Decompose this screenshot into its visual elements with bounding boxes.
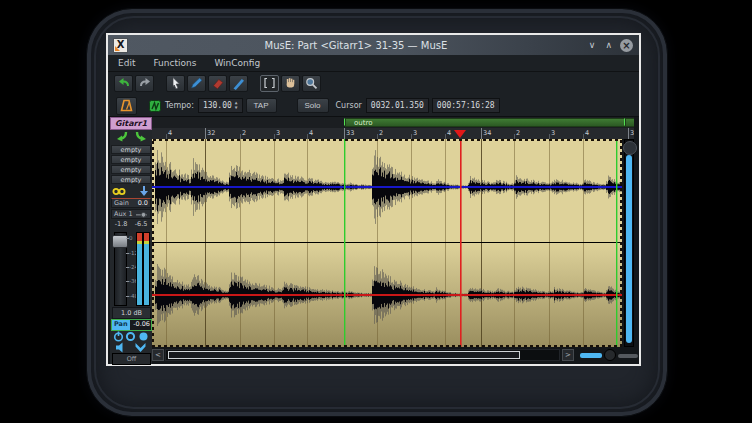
speaker-icon[interactable]	[115, 342, 127, 353]
part-name-badge[interactable]: Gitarr1	[110, 117, 152, 130]
undo-icon	[117, 77, 131, 90]
pan-icon	[284, 77, 298, 90]
record-dot-icon[interactable]	[138, 331, 149, 342]
zoom-slider-knob[interactable]	[604, 349, 616, 361]
aux-label: Aux 1	[114, 210, 133, 218]
arrow-down-icon[interactable]	[138, 186, 150, 197]
ruler-tick-label: 4	[447, 129, 451, 137]
cursor-position-field: 0032.01.350	[366, 98, 429, 113]
gain-value: 0.0	[138, 199, 148, 207]
ruler-tick-label: 34	[483, 129, 491, 137]
menu-item-edit[interactable]: Edit	[118, 58, 135, 68]
tempo-label: Tempo:	[165, 101, 194, 110]
ruler-tick-label: 4	[309, 129, 313, 137]
scroll-right-button[interactable]: >	[562, 349, 574, 361]
ruler-tick	[628, 128, 629, 139]
draw-tool-button[interactable]	[229, 75, 248, 92]
pan-control[interactable]: Pan -0.06	[111, 319, 152, 331]
metronome-button[interactable]	[116, 97, 137, 115]
cursor-label: Cursor	[336, 101, 362, 110]
titlebar[interactable]: X MusE: Part <Gitarr1> 31-35 — MusE ∨ ∧ …	[108, 35, 639, 55]
gain-control[interactable]: Gain 0.0	[111, 198, 151, 208]
vertical-scroll-thumb[interactable]	[626, 155, 632, 343]
close-button[interactable]: ×	[620, 39, 633, 52]
muse-part-editor-window: X MusE: Part <Gitarr1> 31-35 — MusE ∨ ∧ …	[106, 33, 641, 366]
eraser-icon	[211, 77, 225, 90]
ruler-tick	[344, 128, 345, 139]
vertical-scroll-knob[interactable]	[623, 141, 637, 155]
record-ring-icon[interactable]	[125, 331, 136, 342]
eraser-tool-button[interactable]	[208, 75, 227, 92]
scroll-left-button[interactable]: <	[152, 349, 164, 361]
controller-slot-empty[interactable]: empty	[111, 145, 151, 154]
solo-button[interactable]: Solo	[297, 98, 329, 113]
editor-main: Gitarr1 emptyemptyemptyempty	[108, 117, 639, 364]
app-icon: X	[113, 38, 128, 53]
metronome-icon	[120, 99, 133, 112]
redo-icon	[138, 77, 152, 90]
gain-label: Gain	[114, 199, 129, 207]
ruler-tick	[205, 128, 206, 139]
tempo-value: 130.00	[203, 101, 232, 110]
automation-off-button[interactable]: Off	[112, 353, 151, 365]
tempo-spinbox[interactable]: 130.00 ▲ ▼	[198, 98, 243, 113]
horizontal-scroll-thumb[interactable]	[168, 351, 520, 359]
range-tool-button[interactable]	[260, 75, 279, 92]
menu-item-winconfig[interactable]: WinConfig	[214, 58, 260, 68]
window-title: MusE: Part <Gitarr1> 31-35 — MusE	[128, 40, 584, 51]
volume-db-button[interactable]: 1.0 dB	[112, 307, 151, 319]
aux-send-control[interactable]: Aux 1	[111, 209, 151, 219]
track-panel: Gitarr1 emptyemptyemptyempty	[110, 117, 152, 364]
menu-item-functions[interactable]: Functions	[153, 58, 196, 68]
range-icon	[263, 77, 277, 90]
playhead-marker[interactable]	[454, 130, 466, 138]
pencil-tool-button[interactable]	[187, 75, 206, 92]
tools-toolbar	[108, 72, 639, 95]
level-meter-left	[136, 232, 143, 306]
ruler-tick-label: 35	[630, 129, 634, 137]
controller-slot-empty[interactable]: empty	[111, 175, 151, 184]
fader-tick-label: 0	[129, 235, 133, 241]
redo-tool-button[interactable]	[135, 75, 154, 92]
pan-value: -0.06	[130, 320, 151, 330]
waveform-display[interactable]	[152, 139, 622, 347]
power-icon[interactable]	[113, 331, 124, 342]
pointer-icon	[169, 77, 183, 90]
ruler-tick-label: 33	[346, 129, 354, 137]
tempo-spin-down-icon[interactable]: ▼	[235, 106, 238, 111]
level-meter-right	[143, 232, 150, 306]
stereo-channels-icon[interactable]	[112, 187, 126, 196]
undo-tool-button[interactable]	[114, 75, 133, 92]
marker-outro[interactable]: outro	[345, 118, 634, 127]
arrow-down-right-icon[interactable]	[135, 131, 149, 143]
controller-slot-empty[interactable]: empty	[111, 155, 151, 164]
chevron-down-icon[interactable]	[134, 342, 147, 353]
tap-button[interactable]: TAP	[246, 98, 277, 113]
minimize-button[interactable]: ∨	[589, 35, 596, 55]
marker-mo[interactable]: mo	[625, 118, 634, 127]
ruler-tick-label: 2	[242, 129, 246, 137]
controller-slot-list: emptyemptyemptyempty	[111, 145, 151, 185]
aux-knob-icon[interactable]	[135, 210, 148, 219]
zoom-slider-track[interactable]	[618, 354, 638, 358]
transport-toolbar: Tempo: 130.00 ▲ ▼ TAP Solo Cursor 0032.0…	[108, 95, 639, 117]
pointer-tool-button[interactable]	[166, 75, 185, 92]
tempo-master-icon[interactable]	[149, 100, 161, 112]
zoom-icon	[305, 77, 319, 90]
pan-label: Pan	[112, 320, 130, 330]
menu-bar: EditFunctionsWinConfig	[108, 55, 639, 72]
ruler-tick-label: 3	[276, 129, 280, 137]
cursor-time-field: 000:57:16:28	[432, 98, 500, 113]
draw-icon	[232, 77, 246, 90]
arrow-down-left-icon[interactable]	[114, 131, 128, 143]
meter-peak-left: -1.8	[115, 220, 128, 228]
ruler-tick-label: 2	[379, 129, 383, 137]
zoom-slider-fill[interactable]	[580, 353, 602, 358]
zoom-tool-button[interactable]	[302, 75, 321, 92]
ruler-tick	[481, 128, 482, 139]
pan-tool-button[interactable]	[281, 75, 300, 92]
ruler-tick-label: 4	[585, 129, 589, 137]
volume-fader-knob[interactable]	[112, 235, 128, 248]
controller-slot-empty[interactable]: empty	[111, 165, 151, 174]
maximize-button[interactable]: ∧	[605, 35, 612, 55]
